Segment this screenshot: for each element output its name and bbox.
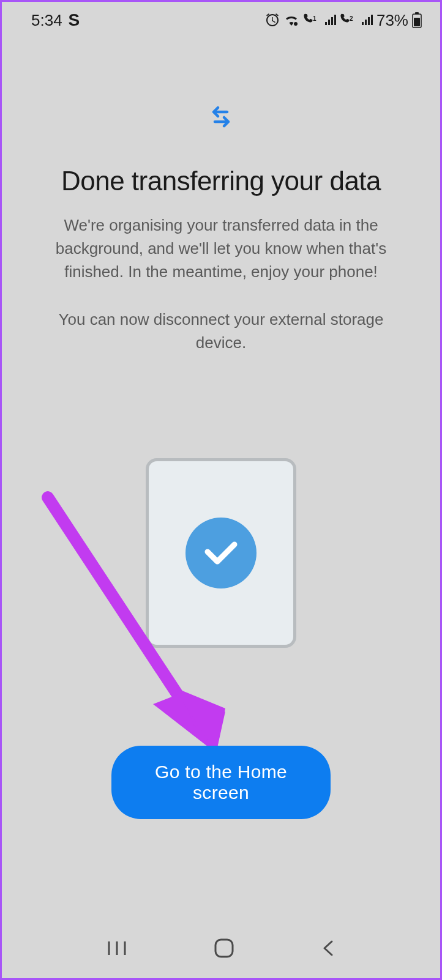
alarm-icon: [265, 13, 280, 28]
signal-2-icon: [361, 14, 373, 26]
transfer-icon: [208, 103, 234, 133]
app-indicator: S: [69, 10, 80, 30]
status-bar: 5:34 S 1 2 73%: [2, 2, 440, 37]
description-text-2: You can now disconnect your external sto…: [26, 308, 416, 354]
svg-rect-3: [328, 20, 330, 25]
svg-rect-10: [371, 15, 373, 25]
recent-apps-button[interactable]: [107, 939, 127, 957]
navigation-bar: [2, 918, 440, 978]
svg-text:1: 1: [313, 15, 317, 22]
signal-1-icon: [324, 14, 336, 26]
svg-rect-5: [334, 15, 336, 25]
svg-rect-17: [215, 940, 233, 957]
battery-percent: 73%: [376, 11, 408, 30]
svg-rect-13: [414, 18, 420, 26]
status-right: 1 2 73%: [265, 11, 422, 30]
battery-icon: [412, 12, 422, 28]
home-button[interactable]: [214, 938, 234, 959]
check-circle-icon: [185, 518, 257, 588]
svg-rect-4: [331, 17, 333, 25]
call-sim1-icon: 1: [303, 13, 320, 28]
status-left: 5:34 S: [31, 10, 80, 30]
page-title: Done transferring your data: [61, 166, 381, 196]
phone-success-graphic: [146, 458, 296, 648]
call-sim2-icon: 2: [340, 13, 357, 28]
go-home-button[interactable]: Go to the Home screen: [111, 746, 331, 819]
svg-point-0: [294, 22, 298, 26]
back-button[interactable]: [321, 939, 335, 957]
svg-rect-7: [362, 22, 364, 25]
wifi-icon: [283, 13, 299, 28]
status-time: 5:34: [31, 11, 62, 30]
description-text-1: We're organising your transferred data i…: [26, 213, 416, 283]
svg-rect-2: [325, 22, 327, 25]
svg-text:2: 2: [350, 15, 353, 22]
svg-rect-8: [365, 20, 367, 25]
svg-rect-9: [368, 17, 370, 25]
main-content: Done transferring your data We're organi…: [2, 37, 440, 648]
